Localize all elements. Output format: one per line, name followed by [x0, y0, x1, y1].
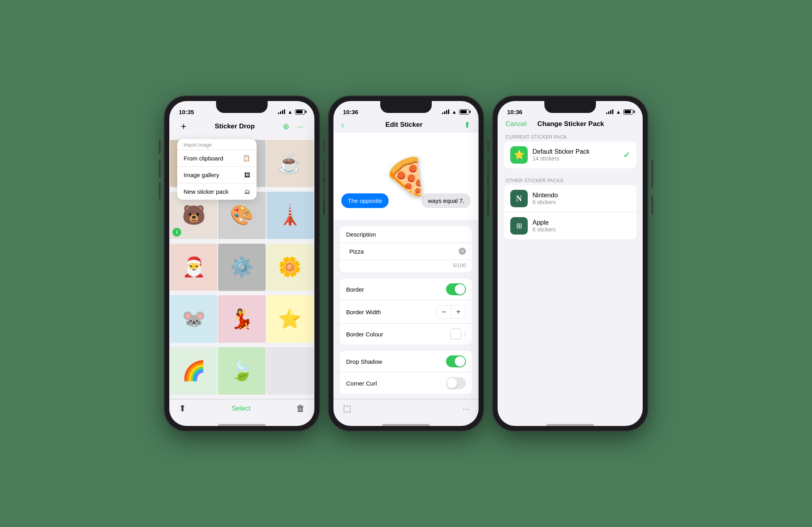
sticker-star: ⭐ [278, 309, 302, 328]
share-icon[interactable]: ⬆ [179, 403, 186, 414]
sticker-santa: 🎅 [182, 258, 206, 277]
apple-pack-icon: ⊞ [510, 217, 528, 235]
sticker-cell-empty [266, 347, 314, 394]
drop-shadow-label: Drop Shadow [346, 358, 382, 365]
clipboard-icon: 📋 [243, 155, 250, 162]
screen3-content: CURRENT STICKER PACK ⭐ Default Sticker P… [498, 131, 643, 422]
edit-copy-icon[interactable]: ⬚ [343, 403, 351, 414]
select-button[interactable]: Select [232, 405, 250, 412]
apple-pack-count: 6 stickers [532, 226, 630, 233]
dropdown-menu: Import Image From clipboard 📋 Image gall… [177, 139, 257, 200]
border-row: Border [340, 279, 472, 300]
pack-check-mark: ✓ [623, 150, 630, 160]
default-pack-count: 14 stickers [532, 155, 619, 162]
apple-pack-item[interactable]: ⊞ Apple 6 stickers [504, 212, 636, 239]
cancel-button[interactable]: Cancel [506, 120, 527, 128]
trash-icon[interactable]: 🗑 [296, 403, 305, 414]
signal-icon-1 [278, 109, 285, 114]
screen1-navbar: + Sticker Drop ⊕ ··· [169, 118, 314, 136]
nintendo-pack-icon: N [510, 190, 528, 207]
signal-icon-2 [442, 109, 449, 114]
stepper-minus[interactable]: − [437, 306, 451, 318]
apple-pack-info: Apple 6 stickers [532, 219, 630, 233]
sticker-emoji-preview: 🍕 [384, 156, 428, 197]
gallery-icon: 🖼 [244, 172, 250, 178]
screen2-navbar: ‹ Edit Sticker ⬆ [333, 118, 479, 133]
phones-container: 10:35 ▲ + Sticker Drop ⊕ [165, 96, 647, 431]
nintendo-pack-name: Nintendo [532, 192, 630, 199]
corner-curl-toggle[interactable] [446, 377, 466, 389]
sticker-cell-13[interactable]: 🍃 [218, 347, 265, 394]
sticker-cell-12[interactable]: 🌈 [170, 347, 217, 394]
sticker-cell-6[interactable]: 🎅 [170, 244, 217, 291]
dropdown-item-gallery[interactable]: Image gallery 🖼 [177, 166, 257, 183]
sticker-cell-7[interactable]: ⚙️ [218, 244, 265, 291]
more-options-button[interactable]: ··· [294, 120, 306, 133]
status-icons-1: ▲ [278, 109, 305, 115]
sticker-cell-2[interactable]: ☕ [266, 140, 314, 187]
nintendo-icon-letter: N [516, 194, 522, 203]
info-badge[interactable]: i [172, 228, 181, 237]
screen2-title: Edit Sticker [385, 121, 423, 129]
nintendo-pack-item[interactable]: N Nintendo 6 stickers [504, 185, 636, 212]
sticker-cell-10[interactable]: 💃 [218, 295, 265, 342]
back-button[interactable]: ‹ [341, 120, 344, 130]
edit-more-icon[interactable]: ··· [462, 404, 469, 413]
sticker-cell-8[interactable]: 🌼 [266, 244, 314, 291]
phone-1-screen: 10:35 ▲ + Sticker Drop ⊕ [169, 101, 314, 426]
phone-3: 10:36 ▲ Cancel Change Sticker Pack [493, 96, 647, 431]
add-sticker-button[interactable]: ⊕ [280, 120, 292, 133]
sticker-cell-11[interactable]: ⭐ [266, 295, 314, 342]
battery-icon-2 [459, 109, 469, 115]
status-icons-3: ▲ [606, 109, 633, 115]
bubble-left: The opposite [341, 193, 389, 208]
corner-curl-label: Corner Curl [346, 380, 377, 387]
notch-2 [380, 101, 432, 113]
new-pack-label: New sticker pack [184, 188, 228, 195]
screen3-title: Change Sticker Pack [537, 120, 604, 128]
border-toggle[interactable] [446, 283, 466, 295]
char-count: 5/100 [340, 260, 472, 272]
notch-1 [216, 101, 268, 113]
dropdown-item-new-pack[interactable]: New sticker pack 🗂 [177, 183, 257, 200]
share-button[interactable]: ⬆ [464, 120, 471, 130]
battery-icon-3 [623, 109, 633, 115]
sticker-gear: ⚙️ [230, 258, 254, 277]
phone-1: 10:35 ▲ + Sticker Drop ⊕ [165, 96, 319, 431]
phone-2: 10:36 ▲ ‹ Edit Sticker ⬆ [329, 96, 483, 431]
screen1-title: Sticker Drop [214, 122, 255, 130]
sticker-cell-9[interactable]: 🐭 [170, 295, 217, 342]
stepper-plus[interactable]: + [451, 306, 465, 318]
nintendo-pack-info: Nintendo 6 stickers [532, 192, 630, 205]
signal-icon-3 [606, 109, 613, 114]
sticker-cell-5[interactable]: 🗼 [266, 192, 314, 239]
drop-shadow-toggle[interactable] [446, 355, 466, 367]
sticker-mouse: 🐭 [182, 309, 206, 328]
current-pack-list: ⭐ Default Sticker Pack 14 stickers ✓ [504, 141, 636, 168]
screen1-bottom-toolbar: ⬆ Select 🗑 [169, 399, 314, 422]
description-row: Description [340, 226, 472, 243]
status-time-2: 10:36 [343, 109, 358, 115]
default-pack-icon: ⭐ [510, 146, 528, 164]
description-input-row: ✕ [340, 243, 472, 260]
shadow-section: Drop Shadow Corner Curl [340, 351, 472, 394]
sticker-leaf: 🍃 [230, 361, 254, 380]
default-pack-item[interactable]: ⭐ Default Sticker Pack 14 stickers ✓ [504, 141, 636, 168]
sticker-mug: ☕ [278, 154, 302, 173]
apple-pack-name: Apple [532, 219, 630, 226]
add-button[interactable]: + [177, 120, 190, 133]
wifi-icon-2: ▲ [452, 109, 457, 115]
description-input[interactable] [346, 248, 459, 255]
dropdown-item-clipboard[interactable]: From clipboard 📋 [177, 149, 257, 166]
border-width-stepper: − + [436, 305, 466, 319]
clear-button[interactable]: ✕ [459, 248, 466, 255]
color-swatch [450, 328, 462, 340]
gallery-label: Image gallery [184, 172, 219, 178]
sticker-preview: The opposite 🍕 ways equal 7. [333, 133, 479, 220]
status-icons-2: ▲ [442, 109, 469, 115]
wifi-icon-1: ▲ [287, 109, 293, 115]
border-colour-row[interactable]: Border Colour › [340, 324, 472, 344]
sticker-dancer: 💃 [230, 309, 254, 328]
border-width-label: Border Width [346, 309, 381, 315]
new-pack-icon: 🗂 [244, 188, 250, 195]
